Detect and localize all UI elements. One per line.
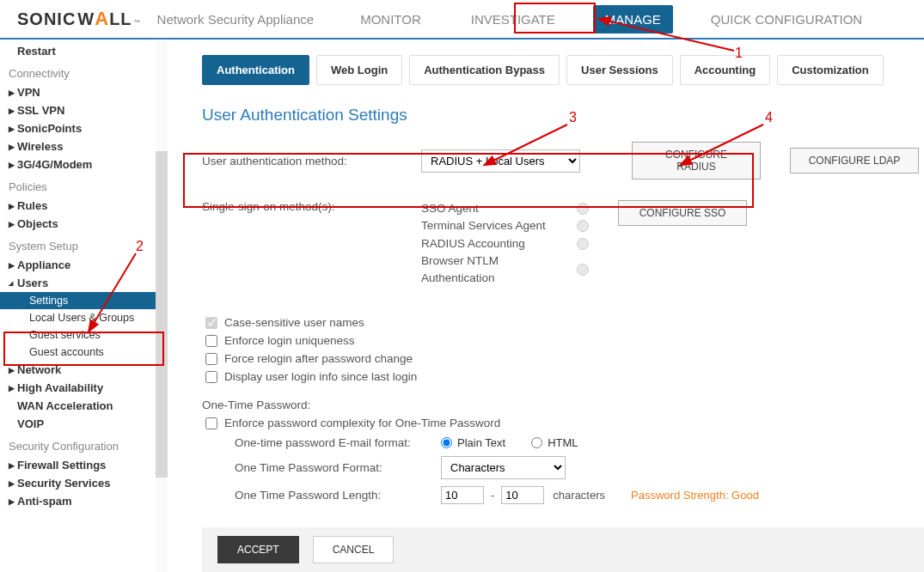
- otp-format-select[interactable]: Characters: [441, 456, 566, 479]
- caret-icon: ▶: [9, 497, 17, 506]
- tab-user-sessions[interactable]: User Sessions: [566, 55, 673, 85]
- logo-left: SONIC: [17, 9, 76, 29]
- caret-icon: ▶: [9, 88, 17, 97]
- sidebar-firewall[interactable]: ▶Firewall Settings: [0, 456, 168, 474]
- otp-length-max[interactable]: [501, 486, 544, 504]
- sidebar-appliance[interactable]: ▶Appliance: [0, 256, 168, 274]
- sidebar-objects[interactable]: ▶Objects: [0, 215, 168, 233]
- sidebar-users-guest-services[interactable]: Guest services: [0, 326, 168, 344]
- status-icon: [577, 264, 589, 276]
- nav-investigate[interactable]: INVESTIGATE: [459, 5, 567, 33]
- otp-heading: One-Time Password:: [202, 399, 924, 411]
- nav-quick-config[interactable]: QUICK CONFIGURATION: [699, 5, 874, 33]
- configure-sso-button[interactable]: CONFIGURE SSO: [618, 200, 747, 226]
- sidebar-modem[interactable]: ▶3G/4G/Modem: [0, 155, 168, 173]
- force-relogin-checkbox[interactable]: [205, 353, 217, 365]
- sidebar-rules[interactable]: ▶Rules: [0, 197, 168, 215]
- otp-enforce-label: Enforce password complexity for One-Time…: [224, 417, 500, 429]
- caret-icon: ▶: [9, 220, 17, 228]
- configure-ldap-button[interactable]: CONFIGURE LDAP: [790, 148, 919, 173]
- sidebar-anti-spam[interactable]: ▶Anti-spam: [0, 492, 168, 510]
- caret-icon: ▶: [9, 461, 17, 470]
- cancel-button[interactable]: CANCEL: [313, 536, 395, 563]
- configure-radius-button[interactable]: CONFIGURE RADIUS: [632, 142, 761, 180]
- logo-swoosh: A: [95, 8, 109, 29]
- otp-length-suffix: characters: [553, 489, 605, 502]
- sidebar-sonicpoints[interactable]: ▶SonicPoints: [0, 119, 168, 137]
- otp-email-format-label: One-time password E-mail format:: [235, 436, 441, 449]
- logo-tm: ™: [134, 19, 142, 27]
- status-icon: [577, 238, 589, 250]
- caret-icon: ▶: [9, 125, 17, 133]
- main-content: Authentication Web Login Authentication …: [168, 40, 924, 572]
- sidebar-wan-accel[interactable]: WAN Acceleration: [0, 397, 168, 415]
- enforce-unique-checkbox[interactable]: [205, 335, 217, 347]
- dash: -: [491, 489, 494, 502]
- caret-icon: ▶: [9, 161, 17, 169]
- caret-icon: ▶: [9, 479, 17, 488]
- footer-bar: ACCEPT CANCEL: [202, 527, 924, 572]
- sidebar-vpn[interactable]: ▶VPN: [0, 83, 168, 101]
- otp-plain-radio[interactable]: [441, 437, 452, 448]
- otp-length-min[interactable]: [441, 486, 484, 504]
- accept-button[interactable]: ACCEPT: [217, 536, 299, 563]
- tab-auth-bypass[interactable]: Authentication Bypass: [409, 55, 560, 85]
- sidebar-network[interactable]: ▶Network: [0, 361, 168, 379]
- tabs: Authentication Web Login Authentication …: [202, 55, 924, 85]
- app-header: SONIC WALL ™ Network Security Appliance …: [0, 0, 924, 40]
- case-sensitive-checkbox[interactable]: [205, 317, 217, 329]
- caret-icon: ▶: [9, 143, 17, 151]
- sidebar-restart[interactable]: Restart: [0, 40, 168, 60]
- sidebar-users-local[interactable]: Local Users & Groups: [0, 309, 168, 326]
- section-title: User Authentication Settings: [202, 106, 924, 125]
- sso-methods: SSO Agent Terminal Services Agent RADIUS…: [421, 200, 589, 287]
- caret-icon: ▶: [9, 261, 17, 270]
- sidebar-sslvpn[interactable]: ▶SSL VPN: [0, 101, 168, 119]
- force-relogin-label: Force relogin after password change: [224, 352, 413, 365]
- status-icon: [577, 203, 589, 215]
- status-icon: [577, 220, 589, 232]
- sidebar-group-security: Security Configuration: [0, 433, 168, 456]
- tab-web-login[interactable]: Web Login: [316, 55, 402, 85]
- caret-icon: ▶: [9, 202, 17, 210]
- tab-customization[interactable]: Customization: [777, 55, 884, 85]
- auth-method-label: User authentication method:: [202, 155, 421, 167]
- sidebar: ▲ Restart Connectivity ▶VPN ▶SSL VPN ▶So…: [0, 40, 168, 572]
- scrollbar-thumb[interactable]: [156, 151, 168, 478]
- caret-icon: ▶: [9, 106, 17, 115]
- logo: SONIC WALL ™: [17, 8, 142, 30]
- caret-down-icon: ◢: [9, 280, 17, 287]
- sidebar-users-settings[interactable]: Settings: [0, 292, 168, 309]
- otp-format-label: One Time Password Format:: [235, 461, 441, 474]
- sidebar-users-guest-accounts[interactable]: Guest accounts: [0, 344, 168, 361]
- sidebar-ha[interactable]: ▶High Availability: [0, 379, 168, 397]
- sso-label: Single-sign-on method(s):: [202, 200, 421, 213]
- nav-manage[interactable]: MANAGE: [593, 5, 673, 33]
- sidebar-group-system: System Setup: [0, 233, 168, 256]
- nav-monitor[interactable]: MONITOR: [348, 5, 433, 33]
- otp-length-label: One Time Password Length:: [235, 489, 441, 502]
- sidebar-sec-services[interactable]: ▶Security Services: [0, 474, 168, 492]
- otp-html-radio[interactable]: [531, 437, 542, 448]
- display-login-info-label: Display user login info since last login: [224, 370, 417, 383]
- caret-icon: ▶: [9, 366, 17, 374]
- otp-enforce-checkbox[interactable]: [205, 417, 217, 429]
- sidebar-users[interactable]: ◢Users: [0, 274, 168, 292]
- caret-icon: ▶: [9, 384, 17, 392]
- header-subtitle: Network Security Appliance: [157, 12, 315, 27]
- logo-right: WALL: [77, 8, 132, 30]
- sidebar-group-policies: Policies: [0, 173, 168, 197]
- password-strength: Password Strength: Good: [631, 489, 759, 502]
- enforce-unique-label: Enforce login uniqueness: [224, 334, 355, 347]
- display-login-info-checkbox[interactable]: [205, 371, 217, 383]
- auth-method-select[interactable]: RADIUS + Local Users: [421, 149, 580, 173]
- top-nav: MONITOR INVESTIGATE MANAGE QUICK CONFIGU…: [348, 5, 874, 33]
- sidebar-voip[interactable]: VOIP: [0, 415, 168, 433]
- case-sensitive-label: Case-sensitive user names: [224, 316, 364, 329]
- tab-accounting[interactable]: Accounting: [680, 55, 771, 85]
- sidebar-wireless[interactable]: ▶Wireless: [0, 137, 168, 155]
- sidebar-group-connectivity: Connectivity: [0, 60, 168, 83]
- tab-authentication[interactable]: Authentication: [202, 55, 309, 85]
